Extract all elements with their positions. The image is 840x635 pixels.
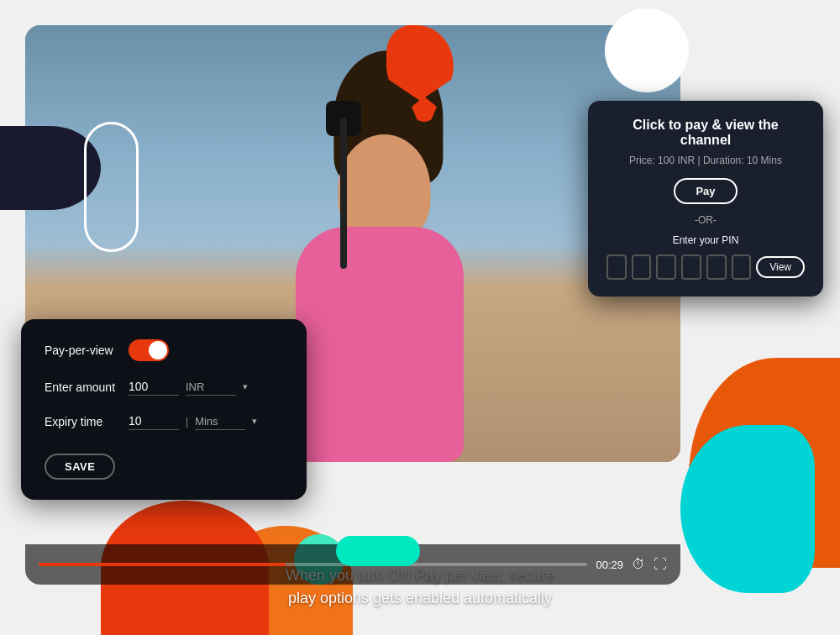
currency-select[interactable]: INR xyxy=(186,379,236,396)
currency-dropdown-arrow[interactable]: ▾ xyxy=(243,381,248,392)
teal-play-button[interactable] xyxy=(336,536,420,566)
pin-box-3[interactable] xyxy=(656,255,676,280)
ppv-title: Click to pay & view the channel xyxy=(606,118,805,148)
expiry-input[interactable] xyxy=(129,412,179,430)
ppv-pin-row: View xyxy=(606,255,805,280)
expiry-input-group: | Mins ▾ xyxy=(129,412,283,430)
amount-input[interactable] xyxy=(129,378,179,396)
fullscreen-icon[interactable]: ⛶ xyxy=(654,557,667,572)
expiry-time-label: Expiry time xyxy=(45,415,129,428)
pin-box-5[interactable] xyxy=(706,255,727,280)
save-button[interactable]: SAVE xyxy=(45,454,115,480)
amount-input-group: INR ▾ xyxy=(129,378,283,396)
time-display: 00:29 xyxy=(596,559,623,571)
timer-icon[interactable]: ⏱ xyxy=(632,557,645,572)
bottom-text-line2: play options gets enabled automatically xyxy=(0,587,840,610)
pin-box-2[interactable] xyxy=(632,255,652,280)
pay-per-view-row: Pay-per-view xyxy=(45,339,283,361)
enter-amount-label: Enter amount xyxy=(45,380,129,394)
ppv-pin-label: Enter your PIN xyxy=(606,234,805,246)
ppv-subtitle: Price: 100 INR | Duration: 10 Mins xyxy=(606,155,805,166)
pin-box-4[interactable] xyxy=(681,255,701,280)
enter-amount-row: Enter amount INR ▾ xyxy=(45,378,283,396)
expiry-unit-select[interactable]: Mins xyxy=(195,413,245,430)
control-panel: Pay-per-view Enter amount INR ▾ Expiry t… xyxy=(21,319,307,500)
progress-bar[interactable] xyxy=(39,563,587,566)
person-body xyxy=(296,227,464,462)
progress-fill xyxy=(39,563,286,566)
expiry-unit-dropdown-arrow[interactable]: ▾ xyxy=(252,416,257,427)
ppv-or-text: -OR- xyxy=(606,214,805,226)
ppv-modal: Click to pay & view the channel Price: 1… xyxy=(588,101,823,297)
expiry-time-row: Expiry time | Mins ▾ xyxy=(45,412,283,430)
pin-box-6[interactable] xyxy=(732,255,752,280)
pin-box-1[interactable] xyxy=(606,255,627,280)
white-ring-decoration xyxy=(84,122,139,252)
ppv-view-button[interactable]: View xyxy=(756,256,805,278)
expiry-separator: | xyxy=(186,416,188,428)
camera-stick xyxy=(340,118,347,269)
pay-per-view-toggle[interactable] xyxy=(129,339,169,361)
ppv-pay-button[interactable]: Pay xyxy=(674,178,737,204)
scene: 00:29 ⏱ ⛶ Pay-per-view Enter amount INR … xyxy=(0,0,840,635)
pay-per-view-label: Pay-per-view xyxy=(45,344,129,357)
blob-white xyxy=(605,8,689,92)
